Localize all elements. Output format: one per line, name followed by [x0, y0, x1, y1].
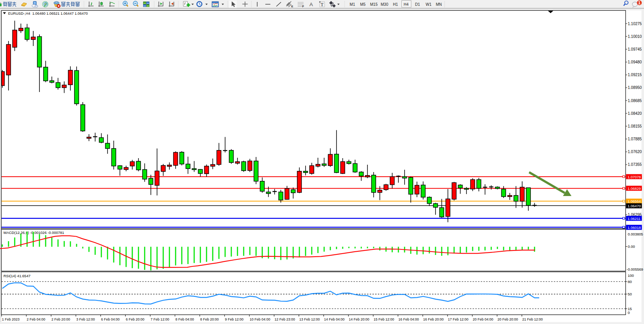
svg-text:1.06564: 1.06564 [628, 199, 641, 203]
svg-text:MN: MN [436, 2, 442, 7]
svg-text:1.08685: 1.08685 [628, 99, 642, 103]
svg-text:EURUSD-,H4 1.06480 1.06521 1.: EURUSD-,H4 1.06480 1.06521 1.06447 1.064… [8, 11, 88, 15]
svg-text:0.003805: 0.003805 [628, 232, 643, 236]
svg-text:1.08950: 1.08950 [628, 85, 642, 90]
svg-text:1.07620: 1.07620 [628, 150, 642, 154]
svg-text:1.08155: 1.08155 [628, 124, 642, 128]
svg-text:E: E [291, 5, 293, 8]
svg-text:1.07885: 1.07885 [628, 137, 642, 141]
svg-text:2 Feb 20:00: 2 Feb 20:00 [51, 317, 70, 321]
svg-text:D1: D1 [415, 2, 420, 7]
svg-text:20 Feb 04:00: 20 Feb 04:00 [473, 317, 493, 321]
svg-text:1.10010: 1.10010 [628, 34, 642, 39]
svg-text:12 Feb 23:00: 12 Feb 23:00 [275, 317, 295, 321]
svg-text:1.09745: 1.09745 [628, 47, 642, 51]
svg-text:20 Feb 20:00: 20 Feb 20:00 [497, 317, 518, 321]
svg-text:14 Feb 20:00: 14 Feb 20:00 [349, 317, 369, 321]
svg-text:13 Feb 12:00: 13 Feb 12:00 [299, 317, 320, 321]
svg-text:100: 100 [628, 273, 634, 278]
svg-text:3 Feb 12:00: 3 Feb 12:00 [76, 317, 95, 321]
svg-text:1.06470: 1.06470 [628, 204, 641, 208]
svg-text:-0.005569: -0.005569 [627, 267, 643, 271]
svg-text:MACD(12,26,9) -0.001026 -0.000: MACD(12,26,9) -0.001026 -0.000781 [3, 230, 64, 235]
svg-text:2 Feb 04:00: 2 Feb 04:00 [27, 317, 45, 321]
svg-text:9 Feb 12:00: 9 Feb 12:00 [225, 317, 244, 321]
svg-text:1.08420: 1.08420 [628, 111, 642, 116]
svg-text:M15: M15 [370, 2, 378, 7]
svg-text:1.07078: 1.07078 [628, 175, 641, 179]
svg-text:16 Feb 20:00: 16 Feb 20:00 [423, 317, 444, 321]
svg-text:6 Feb 04:00: 6 Feb 04:00 [101, 317, 120, 321]
svg-text:H4: H4 [404, 2, 409, 7]
svg-text:1: 1 [638, 0, 641, 5]
svg-text:15 Feb 12:00: 15 Feb 12:00 [374, 317, 394, 321]
svg-text:10 Feb 04:00: 10 Feb 04:00 [250, 317, 270, 321]
svg-text:0: 0 [628, 310, 630, 315]
svg-text:14 Feb 04:00: 14 Feb 04:00 [324, 317, 345, 321]
svg-text:1.09480: 1.09480 [628, 60, 642, 64]
svg-text:1.06829: 1.06829 [628, 186, 641, 191]
svg-text:1.07355: 1.07355 [628, 162, 642, 167]
svg-text:M5: M5 [360, 2, 366, 7]
svg-text:A: A [309, 2, 313, 7]
svg-text:T: T [321, 2, 324, 7]
svg-text:RSI(14) 41.6547: RSI(14) 41.6547 [3, 274, 31, 278]
svg-text:W1: W1 [426, 2, 432, 7]
svg-text:1.10275: 1.10275 [628, 22, 642, 26]
svg-text:21 Feb 12:00: 21 Feb 12:00 [522, 317, 543, 321]
svg-text:M30: M30 [381, 2, 388, 7]
svg-text:0.00: 0.00 [628, 244, 635, 249]
svg-text:1 Feb 2023: 1 Feb 2023 [2, 317, 20, 321]
svg-text:7 Feb 12:00: 7 Feb 12:00 [150, 317, 169, 321]
svg-text:80: 80 [628, 280, 632, 284]
svg-text:1.09215: 1.09215 [628, 73, 642, 77]
svg-text:F: F [302, 5, 304, 8]
svg-text:16 Feb 04:00: 16 Feb 04:00 [398, 317, 419, 321]
svg-text:8 Feb 04:00: 8 Feb 04:00 [175, 317, 194, 321]
svg-text:1.06211: 1.06211 [628, 217, 641, 221]
svg-text:M1: M1 [350, 2, 355, 7]
svg-text:8 Feb 20:00: 8 Feb 20:00 [200, 317, 219, 321]
svg-text:50: 50 [628, 292, 632, 296]
svg-text:H1: H1 [393, 2, 398, 7]
svg-text:6 Feb 20:00: 6 Feb 20:00 [126, 317, 144, 321]
svg-text:1.06018: 1.06018 [628, 225, 641, 230]
svg-text:17 Feb 12:00: 17 Feb 12:00 [448, 317, 468, 321]
